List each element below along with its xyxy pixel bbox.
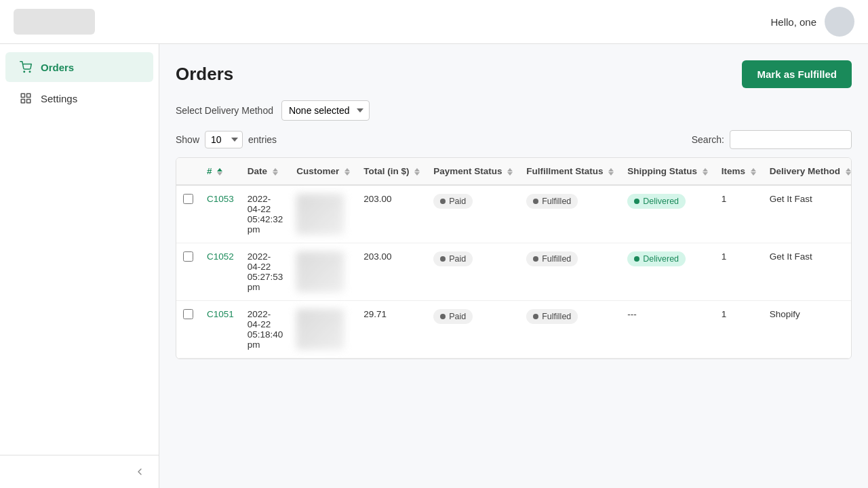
search-label: Search: [692,134,724,145]
svg-point-1 [29,71,31,73]
show-entries-bar: Show 5 10 25 50 100 entries Search: [176,130,852,149]
row-1-payment-status: Paid [427,243,519,301]
svg-rect-2 [21,94,24,97]
th-items-sort [751,168,756,176]
delivery-method-filter-label: Select Delivery Method [176,105,273,116]
orders-label: Orders [41,62,74,73]
sidebar-nav: Orders Settings [0,44,159,115]
row-2-shipping-status: --- [620,301,715,359]
show-entries-left: Show 5 10 25 50 100 entries [176,131,277,148]
th-payment-label: Payment Status [433,166,502,176]
orders-table-wrapper: # Date [176,157,852,359]
row-2-checkbox[interactable] [183,309,193,319]
th-payment-sort [507,168,513,176]
th-items[interactable]: Items [715,158,763,185]
th-fulfillment-status[interactable]: Fulfillment Status [519,158,620,185]
row-1-date: 2022-04-22 05:27:53 pm [241,243,290,301]
search-input[interactable] [730,130,852,149]
row-1-customer [290,243,357,301]
th-customer[interactable]: Customer [290,158,357,185]
show-label: Show [176,134,199,145]
table-body: C10532022-04-22 05:42:32 pm203.00PaidFul… [176,185,852,359]
row-2-payment-status: Paid [427,301,519,359]
row-0-fulfillment-status: Fulfilled [519,185,620,243]
th-number-sort [217,168,222,176]
svg-point-0 [24,71,25,73]
table-header-row: # Date [176,158,852,185]
row-2-delivery-method: Shopify [763,301,852,359]
table-row: C10512022-04-22 05:18:40 pm29.71PaidFulf… [176,301,852,359]
row-1-fulfillment-status: Fulfilled [519,243,620,301]
th-total-sort [414,168,420,176]
greeting-text: Hello, one [770,16,816,28]
row-2-order-number: C1051 [200,301,241,359]
main-content: Orders Mark as Fulfilled Select Delivery… [159,44,868,488]
th-payment-status[interactable]: Payment Status [427,158,519,185]
th-shipping-sort [703,168,708,176]
row-0-shipping-status: Delivered [620,185,715,243]
th-delivery-method[interactable]: Delivery Method [763,158,852,185]
th-customer-sort [344,168,350,176]
sidebar-item-orders[interactable]: Orders [5,52,153,82]
logo [14,9,95,35]
row-0-checkbox-cell [176,185,200,243]
page-header: Orders Mark as Fulfilled [176,60,852,88]
row-0-payment-badge: Paid [433,194,473,209]
th-checkbox [176,158,200,185]
table-row: C10532022-04-22 05:42:32 pm203.00PaidFul… [176,185,852,243]
th-number[interactable]: # [200,158,241,185]
row-0-total: 203.00 [357,185,427,243]
row-0-customer [290,185,357,243]
th-date-label: Date [248,166,267,176]
row-1-order-link[interactable]: C1052 [207,251,234,262]
row-0-date: 2022-04-22 05:42:32 pm [241,185,290,243]
row-0-checkbox[interactable] [183,194,193,204]
row-2-customer [290,301,357,359]
row-0-shipping-badge: Delivered [627,194,686,209]
entries-per-page-select[interactable]: 5 10 25 50 100 [205,131,243,148]
svg-rect-4 [21,100,24,103]
page-title: Orders [176,64,233,85]
row-2-date: 2022-04-22 05:18:40 pm [241,301,290,359]
row-0-fulfillment-badge: Fulfilled [526,194,578,209]
cart-icon [19,60,33,74]
row-1-checkbox[interactable] [183,251,193,262]
row-1-payment-badge: Paid [433,251,473,266]
sidebar-collapse-btn[interactable] [0,455,159,488]
row-1-shipping-status: Delivered [620,243,715,301]
row-2-checkbox-cell [176,301,200,359]
topbar-right: Hello, one [770,7,854,37]
row-1-total: 203.00 [357,243,427,301]
user-avatar[interactable] [825,7,854,37]
row-2-customer-blurred [296,309,344,350]
row-1-shipping-badge: Delivered [627,251,686,266]
th-shipping-status[interactable]: Shipping Status [620,158,715,185]
th-date[interactable]: Date [241,158,290,185]
row-0-order-link[interactable]: C1053 [207,194,234,204]
row-0-delivery-method: Get It Fast [763,185,852,243]
row-2-order-link[interactable]: C1051 [207,309,234,319]
th-fulfillment-label: Fulfillment Status [526,166,603,176]
row-1-delivery-method: Get It Fast [763,243,852,301]
topbar: Hello, one [0,0,868,44]
th-customer-label: Customer [296,166,339,176]
table-row: C10522022-04-22 05:27:53 pm203.00PaidFul… [176,243,852,301]
row-0-customer-blurred [296,194,344,235]
th-total-label: Total (in $) [363,166,409,176]
th-delivery-sort [846,168,851,176]
delivery-method-select[interactable]: None selected Get It Fast Shopify Standa… [281,100,370,121]
sidebar-item-settings[interactable]: Settings [5,83,153,113]
sidebar: Orders Settings [0,44,159,488]
row-0-order-number: C1053 [200,185,241,243]
layout: Orders Settings Orders Mark as Ful [0,44,868,488]
row-2-total: 29.71 [357,301,427,359]
row-2-fulfillment-badge: Fulfilled [526,309,578,324]
th-number-label: # [207,166,212,176]
mark-fulfilled-button[interactable]: Mark as Fulfilled [742,60,852,88]
row-1-fulfillment-badge: Fulfilled [526,251,578,266]
th-items-label: Items [722,166,745,176]
th-total[interactable]: Total (in $) [357,158,427,185]
row-1-customer-blurred [296,251,344,292]
row-2-fulfillment-status: Fulfilled [519,301,620,359]
row-0-payment-status: Paid [427,185,519,243]
